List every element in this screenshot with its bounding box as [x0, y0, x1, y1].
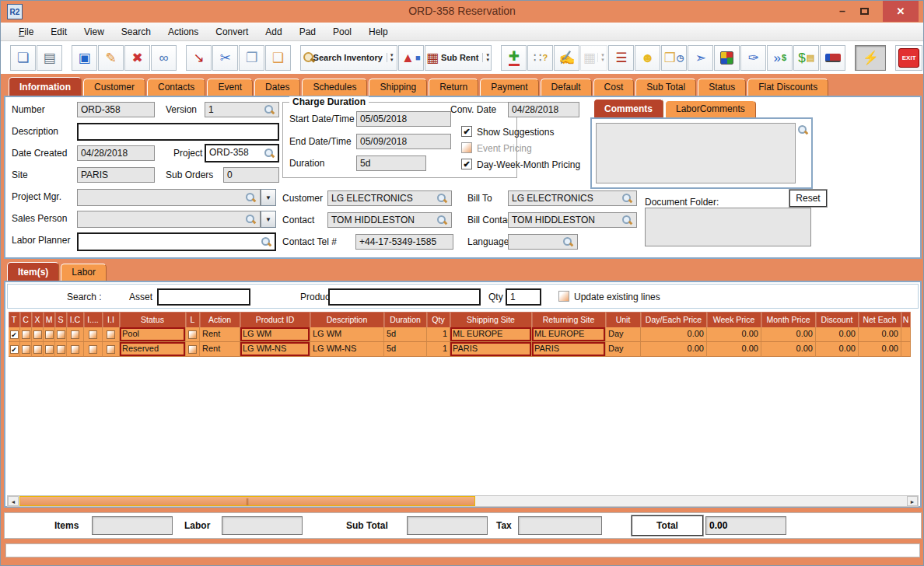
tab-status[interactable]: Status: [698, 79, 746, 96]
grid-cell[interactable]: [44, 327, 55, 342]
grid-cell[interactable]: ML EUROPE: [532, 327, 606, 342]
grid-cell[interactable]: 0.00: [707, 342, 761, 357]
sales-person-search-icon[interactable]: [245, 214, 256, 225]
grid-cell[interactable]: 0.00: [859, 342, 901, 357]
customer-search-icon[interactable]: [436, 193, 447, 204]
bill-to-search-icon[interactable]: [621, 193, 632, 204]
conv-date-field[interactable]: 04/28/2018: [508, 102, 579, 117]
smiley-icon[interactable]: ☻: [635, 45, 660, 71]
grid-cell[interactable]: [32, 327, 44, 342]
customer-field[interactable]: LG ELECTRONICS: [327, 190, 452, 206]
grid-header-action[interactable]: Action: [200, 312, 240, 327]
grid-cell[interactable]: 0.00: [816, 342, 859, 357]
h-scrollbar[interactable]: ◄ ∥ ►: [7, 495, 919, 507]
grid-cell[interactable]: 0.00: [859, 327, 901, 342]
tab-sub-total[interactable]: Sub Total: [635, 79, 696, 96]
grid-checkbox[interactable]: [33, 345, 42, 354]
new-document-icon[interactable]: ❏: [10, 45, 36, 71]
grid-header-x[interactable]: X: [32, 312, 44, 327]
grid-checkbox[interactable]: [57, 330, 65, 339]
project-mgr-search-icon[interactable]: [245, 192, 256, 203]
grid-header-unit[interactable]: Unit: [606, 312, 641, 327]
menu-edit[interactable]: Edit: [42, 26, 75, 37]
grid-header-returning-site[interactable]: Returning Site: [532, 312, 606, 327]
maximize-button[interactable]: [855, 3, 873, 19]
grid-cell[interactable]: [44, 342, 55, 357]
comments-search-icon[interactable]: [797, 124, 808, 135]
grid-checkbox[interactable]: [71, 330, 79, 339]
tab-dates[interactable]: Dates: [254, 79, 300, 96]
site-hierarchy-icon[interactable]: ☰: [608, 45, 634, 71]
menu-pad[interactable]: Pad: [291, 26, 324, 37]
bill-contact-search-icon[interactable]: [621, 215, 632, 225]
tab-flat-discounts[interactable]: Flat Discounts: [747, 79, 828, 96]
grid-header-month-price[interactable]: Month Price: [761, 312, 816, 327]
find-binoculars-icon[interactable]: ∞: [151, 45, 177, 71]
cut-icon[interactable]: ✂: [212, 45, 238, 71]
grid-header-shipping-site[interactable]: Shipping Site: [450, 312, 532, 327]
dropdown-arrows-icon[interactable]: ▼▼: [387, 53, 394, 62]
grid-checkbox[interactable]: [22, 345, 30, 354]
grid-cell[interactable]: LG WM: [310, 327, 384, 342]
labor-planner-search-icon[interactable]: [261, 236, 271, 247]
grid-cell[interactable]: [84, 342, 103, 357]
grid-cell[interactable]: Reserved: [120, 342, 186, 357]
tab-labor[interactable]: Labor: [61, 264, 107, 281]
grid-cell[interactable]: [67, 327, 84, 342]
grid-checkbox[interactable]: [107, 330, 115, 339]
contact-search-icon[interactable]: [436, 215, 447, 225]
grid-cell[interactable]: Day: [606, 327, 641, 342]
tab-event[interactable]: Event: [207, 79, 253, 96]
dropdown-arrows-icon[interactable]: ▼▼: [597, 53, 605, 62]
menu-convert[interactable]: Convert: [207, 26, 257, 37]
date-created-field[interactable]: 04/28/2018: [77, 145, 155, 161]
grid-checkbox[interactable]: [22, 330, 30, 339]
grid-header-discount[interactable]: Discount: [816, 312, 859, 327]
grid-checkbox[interactable]: [71, 345, 79, 354]
number-field[interactable]: ORD-358: [77, 102, 155, 117]
menu-view[interactable]: View: [75, 26, 113, 37]
grid-header-m[interactable]: M: [44, 312, 55, 327]
update-existing-checkbox[interactable]: [558, 291, 569, 302]
tab-laborcomments[interactable]: LaborComments: [665, 100, 756, 117]
scroll-right-button[interactable]: ►: [907, 496, 918, 506]
sub-orders-field[interactable]: 0: [223, 167, 279, 183]
reset-button[interactable]: Reset: [789, 190, 827, 207]
tab-information[interactable]: Information: [9, 77, 82, 96]
3d-objects-icon[interactable]: ▲■: [398, 45, 424, 71]
grid-header-i-c[interactable]: I.C: [67, 312, 84, 327]
tab-schedules[interactable]: Schedules: [302, 79, 367, 96]
grid-checkbox[interactable]: [188, 330, 197, 339]
menu-pool[interactable]: Pool: [324, 26, 360, 37]
grid-header-day-each-price[interactable]: Day/Each Price: [641, 312, 707, 327]
sub-rent-button[interactable]: ▦Sub Rent▼▼: [425, 45, 492, 71]
scrollbar-thumb[interactable]: ∥: [19, 496, 475, 506]
tab-comments[interactable]: Comments: [593, 99, 663, 117]
grid-checkbox[interactable]: [10, 330, 19, 339]
qty-input[interactable]: 1: [506, 288, 541, 306]
grid-cell[interactable]: 1: [427, 342, 450, 357]
paste-icon[interactable]: ❑: [265, 45, 291, 71]
grid-checkbox[interactable]: [33, 330, 42, 339]
grid-cell[interactable]: [901, 327, 911, 342]
grid-cell[interactable]: [186, 327, 200, 342]
grid-header-duration[interactable]: Duration: [384, 312, 427, 327]
grid-cell[interactable]: 5d: [384, 327, 427, 342]
menu-add[interactable]: Add: [257, 26, 290, 37]
tab-payment[interactable]: Payment: [480, 79, 538, 96]
notes-pad-icon[interactable]: ✍: [554, 45, 579, 71]
copy-transfer-icon[interactable]: ↘: [186, 45, 212, 71]
grid-cell[interactable]: LG WM-NS: [240, 342, 310, 357]
duration-field[interactable]: 5d: [356, 155, 426, 171]
labor-planner-field[interactable]: [77, 232, 276, 251]
search-inventory-button[interactable]: Search Inventory▼▼: [300, 45, 397, 71]
pool-spheres-icon[interactable]: ∷?: [527, 45, 553, 71]
tab-contacts[interactable]: Contacts: [147, 79, 205, 96]
document-folder-box[interactable]: [645, 208, 811, 246]
grid-checkbox[interactable]: [45, 345, 54, 354]
calendar-icon[interactable]: ▦▼▼: [580, 45, 607, 71]
tab-default[interactable]: Default: [541, 79, 592, 96]
end-date-field[interactable]: 05/09/2018: [356, 134, 451, 149]
tab-item-s[interactable]: Item(s): [7, 262, 59, 281]
grid-header-net-each[interactable]: Net Each: [859, 312, 901, 327]
